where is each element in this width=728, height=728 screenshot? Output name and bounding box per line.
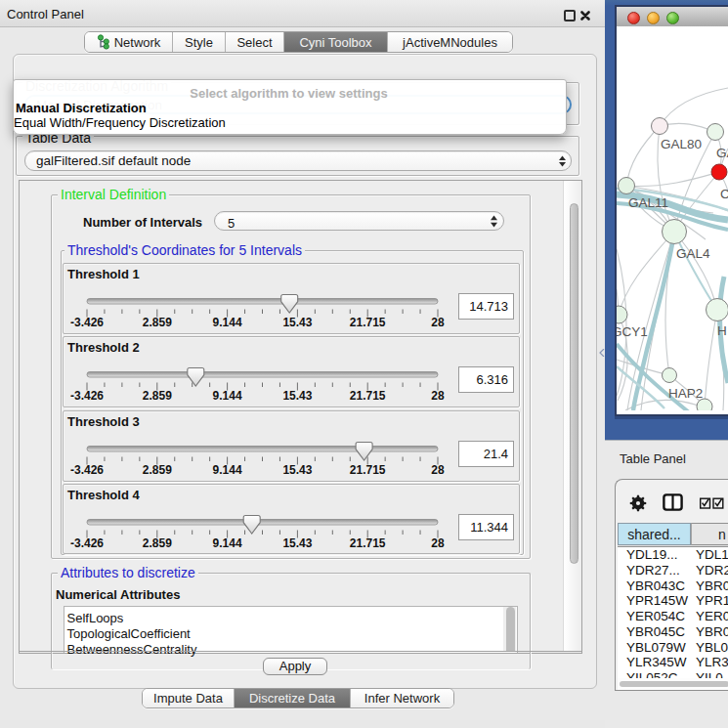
svg-text:28: 28: [431, 463, 445, 477]
svg-text:9.144: 9.144: [213, 536, 242, 550]
svg-text:GA: GA: [716, 146, 728, 160]
svg-text:9.144: 9.144: [213, 316, 242, 329]
svg-text:-3.426: -3.426: [70, 463, 104, 477]
svg-text:HAP2: HAP2: [668, 386, 703, 401]
svg-text:15.43: 15.43: [282, 316, 312, 329]
svg-text:9.144: 9.144: [213, 389, 242, 403]
svg-text:C: C: [720, 187, 728, 201]
svg-text:21.715: 21.715: [350, 536, 386, 550]
svg-text:2.859: 2.859: [143, 463, 172, 477]
svg-text:GAL80: GAL80: [661, 137, 702, 151]
svg-text:2.859: 2.859: [143, 536, 172, 550]
svg-text:21.715: 21.715: [350, 389, 386, 403]
svg-text:2.859: 2.859: [143, 389, 172, 403]
svg-text:-3.426: -3.426: [70, 389, 104, 403]
svg-text:15.43: 15.43: [282, 463, 312, 477]
svg-text:2.859: 2.859: [143, 316, 172, 329]
svg-text:28: 28: [431, 536, 445, 550]
svg-text:-3.426: -3.426: [70, 316, 104, 329]
svg-text:15.43: 15.43: [282, 389, 312, 403]
svg-text:H: H: [717, 323, 727, 338]
svg-text:21.715: 21.715: [350, 463, 386, 477]
svg-text:21.715: 21.715: [350, 316, 386, 329]
svg-text:15.43: 15.43: [282, 536, 312, 550]
svg-text:-3.426: -3.426: [70, 536, 104, 550]
svg-text:28: 28: [431, 389, 445, 403]
svg-text:GCY1: GCY1: [617, 324, 648, 339]
svg-text:GAL4: GAL4: [676, 246, 710, 261]
svg-text:28: 28: [431, 316, 445, 329]
svg-text:9.144: 9.144: [213, 463, 242, 477]
svg-text:GAL11: GAL11: [628, 195, 668, 210]
